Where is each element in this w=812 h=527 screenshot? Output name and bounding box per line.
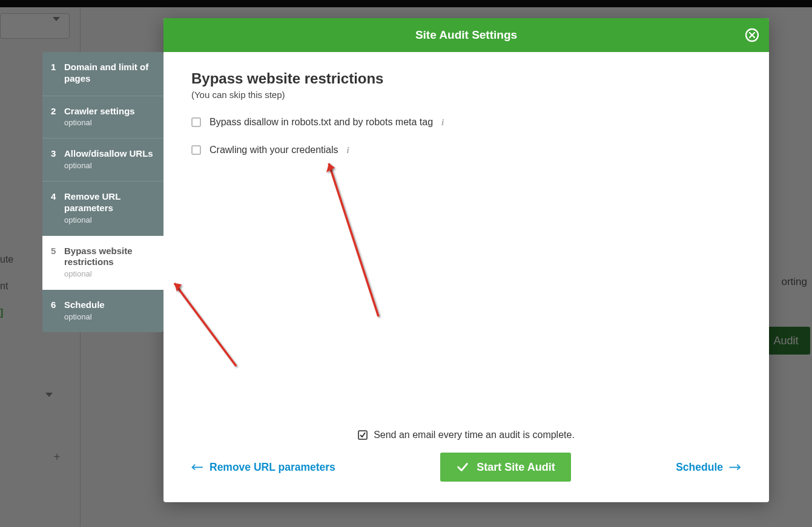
back-label: Remove URL parameters [210,461,335,474]
step-number: 4 [51,191,64,201]
option-bypass-robots: Bypass disallow in robots.txt and by rob… [191,117,741,128]
wizard-steps: 1 Domain and limit of pages 2 Crawler se… [42,52,163,332]
option-crawl-credentials: Crawling with your credentials i [191,145,741,155]
check-icon [456,460,469,474]
step-title: Allow/disallow URLs [64,148,155,160]
step-title: Schedule [64,300,155,311]
settings-modal: Site Audit Settings Bypass website restr… [163,18,769,502]
checkbox-crawl-credentials[interactable] [191,145,201,155]
step-bypass-restrictions[interactable]: 5 Bypass website restrictions optional [42,236,163,290]
checkbox-bypass-robots[interactable] [191,117,201,127]
step-optional-label: optional [64,118,155,127]
modal-title: Site Audit Settings [415,28,517,42]
step-optional-label: optional [64,269,155,278]
step-optional-label: optional [64,161,155,170]
arrow-left-icon: 🡐 [191,460,203,474]
step-schedule[interactable]: 6 Schedule optional [42,290,163,332]
start-site-audit-button[interactable]: Start Site Audit [440,453,570,482]
panel-subtitle: (You can skip this step) [191,90,741,100]
checkbox-email-notify[interactable] [358,430,368,440]
panel-title: Bypass website restrictions [191,70,741,87]
step-crawler-settings[interactable]: 2 Crawler settings optional [42,96,163,139]
info-icon[interactable]: i [441,117,444,128]
step-number: 5 [51,246,64,256]
close-icon [745,28,759,42]
back-button[interactable]: 🡐 Remove URL parameters [191,460,335,474]
step-title: Crawler settings [64,106,155,117]
step-domain-limit[interactable]: 1 Domain and limit of pages [42,52,163,96]
modal-body: Bypass website restrictions (You can ski… [163,52,769,419]
step-number: 3 [51,148,64,159]
step-optional-label: optional [64,215,155,224]
step-optional-label: optional [64,312,155,321]
check-icon [359,431,366,439]
step-number: 6 [51,300,64,310]
step-number: 1 [51,62,64,72]
step-title: Remove URL parameters [64,191,155,214]
arrow-right-icon: 🡒 [729,460,741,474]
option-label: Crawling with your credentials [210,145,338,155]
step-allow-disallow[interactable]: 3 Allow/disallow URLs optional [42,139,163,182]
email-notification-row: Send an email every time an audit is com… [191,430,741,440]
next-button[interactable]: Schedule 🡒 [676,460,741,474]
option-label: Bypass disallow in robots.txt and by rob… [210,117,433,128]
modal-header: Site Audit Settings [163,18,769,52]
step-title: Domain and limit of pages [64,62,155,85]
start-label: Start Site Audit [477,461,555,474]
step-title: Bypass website restrictions [64,246,155,269]
next-label: Schedule [676,461,723,474]
step-remove-url-params[interactable]: 4 Remove URL parameters optional [42,182,163,236]
info-icon[interactable]: i [347,145,349,155]
close-button[interactable] [745,28,759,42]
email-notify-label: Send an email every time an audit is com… [374,430,575,440]
modal-footer: Send an email every time an audit is com… [163,419,769,502]
step-number: 2 [51,106,64,116]
